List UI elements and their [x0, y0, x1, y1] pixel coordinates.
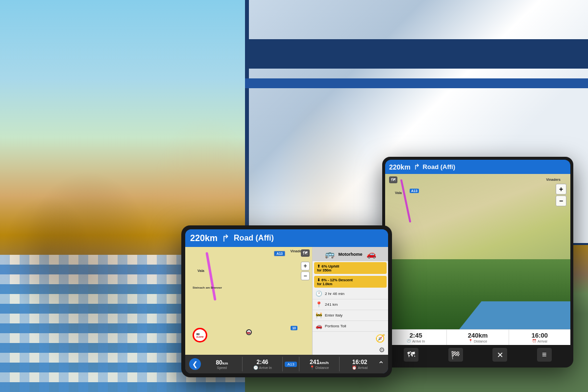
info-portions-toll: 🚗 Portions Toll: [313, 321, 388, 332]
back-button[interactable]: ❮: [189, 358, 201, 370]
back-distance-stat: 240km 📍 Distance: [447, 330, 509, 345]
back-map-area[interactable]: A13 Vinaders Vala + − 🗺: [385, 174, 570, 329]
back-map-toggle[interactable]: 🗺: [389, 176, 397, 183]
back-toolbar: 🗺 🏁 ✕ ≡: [385, 345, 570, 365]
speed-label: Speed: [204, 366, 240, 369]
back-zoom-in[interactable]: +: [556, 184, 566, 195]
divider-3: [299, 357, 299, 371]
arrive-stat: 2:46 🕐 Arrive In: [245, 359, 281, 370]
chevron-up-button[interactable]: ⌃: [378, 360, 384, 369]
map-with-panel: A13 Vinaders Vala Steinach am Brenner 10…: [185, 247, 388, 355]
back-arrival-label: Arrival: [538, 340, 547, 343]
map-place-vala: Vala: [197, 269, 204, 272]
back-map-water: [459, 301, 570, 329]
arrive-icon: 🕐: [253, 366, 258, 370]
distance-unit: km/h: [319, 361, 329, 365]
nav-arrow-icon: ↱: [221, 232, 230, 244]
back-tool-flag[interactable]: 🏁: [448, 348, 463, 362]
speed-stat: 80km Speed: [204, 359, 240, 369]
back-tool-close[interactable]: ✕: [492, 348, 507, 362]
arrive-value: 2:46: [245, 359, 281, 366]
descent-alert: ⬇ 6% - 12% Descent for 1.0km: [314, 276, 387, 288]
divider-4: [339, 357, 340, 371]
info-enter-italy-text: Enter Italy: [325, 313, 343, 318]
arrival-value: 16:02: [342, 359, 378, 366]
front-screen: 220km ↱ Road (Affi) A13 Vinaders Vala St…: [185, 229, 388, 373]
back-arrive-val: 2:45: [386, 332, 445, 339]
back-arrival-stat: 16:00 ⏰ Arrival: [509, 330, 570, 345]
speed-number: 80: [216, 359, 222, 366]
back-nav-distance: 220km: [389, 163, 411, 171]
speed-sign-label: ALARM: [196, 336, 203, 338]
arrival-label: Arrival: [358, 366, 368, 369]
back-nav-arrow: ↱: [414, 162, 420, 172]
arrival-stat: 16:02 ⏰ Arrival: [342, 359, 378, 370]
distance-icon: 📍: [310, 366, 315, 370]
speed-unit: km: [222, 361, 228, 366]
back-arrive-label: Arrive In: [412, 340, 425, 343]
back-distance-icon: 📍: [468, 339, 473, 343]
device-front: 220km ↱ Road (Affi) A13 Vinaders Vala St…: [181, 225, 392, 377]
arrival-icon: ⏰: [352, 366, 357, 370]
divider-2: [282, 357, 283, 371]
distance-number: 241: [310, 359, 319, 366]
map-area[interactable]: A13 Vinaders Vala Steinach am Brenner 10…: [185, 247, 312, 355]
back-place-vinaders: Vinaders: [546, 178, 561, 181]
back-zoom-out[interactable]: −: [556, 196, 566, 206]
info-toll-text: Portions Toll: [325, 324, 346, 328]
side-panel: 🚌 Motorhome 🚗 ⬆ 6% Uphill for 350m ⬇ 6% …: [312, 247, 388, 355]
nav-distance: 220km: [190, 233, 218, 244]
car-icon: 🚗: [367, 249, 376, 259]
back-tool-map[interactable]: 🗺: [404, 348, 418, 362]
vehicle-position-icon: 🚗: [246, 329, 252, 335]
info-distance-text: 241 km: [325, 302, 338, 307]
distance-value: 241km/h: [301, 359, 338, 366]
info-enter-italy: 🚧 Enter Italy: [313, 310, 388, 321]
info-time: 🕐 2 hr 46 min: [313, 289, 388, 299]
map-place-steinach: Steinach am Brenner: [193, 286, 222, 289]
uphill-alert: ⬆ 6% Uphill for 350m: [314, 262, 387, 274]
motorhome-icon: 🚌: [325, 249, 335, 259]
speed-value: 80km: [204, 359, 240, 366]
back-arrival-icon: ⏰: [532, 339, 537, 343]
back-distance-label: Distance: [474, 340, 487, 343]
side-panel-nav[interactable]: 🧭: [313, 332, 388, 345]
back-arrow-icon: ❮: [192, 360, 198, 368]
back-arrival-val: 16:00: [510, 332, 569, 339]
back-map-controls: + −: [556, 184, 566, 207]
distance-stat: 241km/h 📍 Distance: [301, 359, 338, 370]
back-distance-val: 240km: [448, 332, 507, 339]
device-back: 220km ↱ Road (Affi) A13 Vinaders Vala + …: [382, 157, 573, 368]
back-arrive-stat: 2:45 🕐 Arrive In: [385, 330, 447, 345]
divider-1: [242, 357, 243, 371]
back-map-satellite: [385, 259, 570, 329]
nav-road-name: Road (Affi): [234, 234, 383, 243]
back-arrive-icon: 🕐: [407, 339, 411, 343]
road-badge-10: 10: [291, 326, 297, 330]
arrive-label: Arrive In: [259, 366, 272, 369]
map-controls: + −: [301, 262, 310, 280]
back-nav-road: Road (Affi): [423, 163, 455, 171]
back-road-badge-a13: A13: [410, 189, 419, 193]
speed-sign: 80 ALARM: [193, 328, 207, 343]
road-badge-a13: A13: [274, 251, 285, 256]
info-time-text: 2 hr 46 min: [325, 292, 344, 296]
zoom-in-button[interactable]: +: [301, 262, 310, 270]
border-icon: 🚧: [316, 312, 322, 318]
back-nav-header: 220km ↱ Road (Affi): [385, 160, 570, 174]
bottom-road-badge: A13: [285, 362, 296, 367]
map-view-toggle[interactable]: 🗺: [301, 249, 310, 257]
vehicle-selector[interactable]: 🚌 Motorhome 🚗: [313, 247, 388, 261]
vehicle-label: Motorhome: [339, 252, 363, 257]
toll-icon: 🚗: [316, 323, 322, 329]
back-screen: 220km ↱ Road (Affi) A13 Vinaders Vala + …: [385, 160, 570, 365]
clock-icon: 🕐: [316, 291, 322, 297]
back-tool-menu[interactable]: ≡: [537, 348, 552, 362]
nav-header: 220km ↱ Road (Affi): [185, 229, 388, 247]
distance-icon: 📍: [316, 301, 322, 308]
info-distance: 📍 241 km: [313, 299, 388, 310]
distance-label: Distance: [316, 366, 329, 369]
back-stats-bar: 2:45 🕐 Arrive In 240km 📍 Distance 16:00 …: [385, 329, 570, 345]
side-panel-settings[interactable]: ⚙: [313, 345, 388, 355]
zoom-out-button[interactable]: −: [301, 271, 310, 280]
